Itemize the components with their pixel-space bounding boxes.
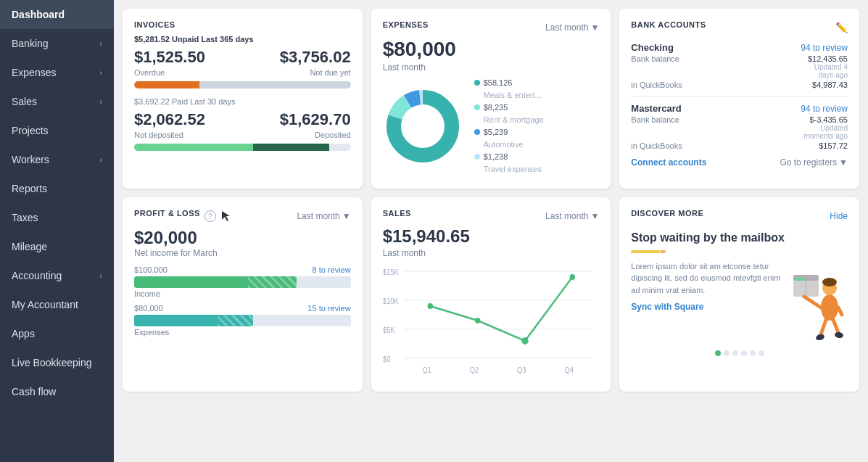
discover-accent [631, 250, 660, 253]
sidebar-item-sales[interactable]: Sales › [0, 87, 114, 116]
invoice-deposit-bar [134, 144, 351, 151]
pl-income-fill [134, 276, 297, 288]
sidebar-item-apps[interactable]: Apps [0, 319, 114, 348]
sync-with-square-button[interactable]: Sync with Square [631, 302, 784, 312]
sales-card: SALES Last month ▼ $15,940.65 Last month… [371, 197, 611, 392]
invoice-not-due-label: Not due yet [310, 68, 350, 77]
sidebar-item-projects[interactable]: Projects [0, 116, 114, 145]
expenses-body: $58,126 Meals & entert... $8,235 Rent & … [383, 78, 600, 177]
expenses-dropdown[interactable]: Last month ▼ [545, 22, 599, 33]
dot-6[interactable] [759, 350, 764, 356]
sidebar-item-cash-flow[interactable]: Cash flow [0, 377, 114, 406]
checking-name: Checking [631, 42, 674, 53]
pl-income-section: $100,000 8 to review Income [134, 265, 351, 298]
invoice-overdue-label: Overdue [134, 68, 165, 77]
checking-header: Checking 94 to review [631, 42, 848, 53]
invoice-deposit-labels: Not deposited Deposited [134, 131, 351, 139]
sidebar-item-mileage[interactable]: Mileage [0, 232, 114, 261]
chevron-icon: › [99, 68, 102, 77]
invoice-overdue-amount: $1,525.50 [134, 48, 205, 67]
checking-qb-label: in QuickBooks [631, 81, 682, 89]
bank-footer: Connect accounts Go to registers ▼ [631, 157, 848, 168]
legend-item-meals: $58,126 [474, 78, 544, 87]
pl-help-icon[interactable]: ? [204, 210, 216, 222]
svg-text:Q3: Q3 [517, 366, 526, 374]
svg-point-29 [822, 278, 837, 286]
bank-accounts-card: BANK ACCOUNTS ✏️ Checking 94 to review B… [619, 9, 859, 189]
sidebar-item-dashboard[interactable]: Dashboard [0, 0, 114, 29]
discover-heading: Stop waiting by the mailbox [631, 231, 848, 246]
edit-icon[interactable]: ✏️ [835, 22, 848, 33]
dot-2[interactable] [724, 350, 729, 356]
legend-item-rent: $8,235 [474, 103, 544, 112]
invoice-overdue-bar [134, 81, 199, 88]
dot-5[interactable] [750, 350, 756, 356]
chevron-down-icon: ▼ [342, 211, 351, 221]
checking-bank-balance-label: Bank balance [631, 54, 679, 79]
legend-label-auto: Automotive [474, 140, 544, 149]
sidebar-item-workers[interactable]: Workers › [0, 145, 114, 174]
sidebar-item-expenses[interactable]: Expenses › [0, 58, 114, 87]
invoice-paid-label: $3,692.22 Paid Last 30 days [134, 97, 351, 106]
discover-card: DISCOVER MORE Hide Stop waiting by the m… [619, 197, 859, 392]
svg-line-30 [804, 297, 821, 308]
svg-marker-6 [222, 211, 230, 221]
mastercard-name: Mastercard [631, 103, 681, 114]
pl-income-stripe [248, 276, 297, 288]
svg-text:Q4: Q4 [564, 366, 574, 374]
chevron-icon: › [99, 155, 102, 164]
bank-header: BANK ACCOUNTS ✏️ [631, 20, 848, 35]
sales-dropdown[interactable]: Last month ▼ [545, 211, 599, 221]
checking-updated: Updated 4days ago [808, 63, 848, 79]
deposited-label: Deposited [315, 131, 351, 139]
discover-hide-button[interactable]: Hide [830, 211, 848, 221]
legend-dot-meals [474, 80, 480, 86]
svg-text:$5K: $5K [383, 326, 395, 334]
chevron-icon: › [99, 271, 102, 280]
legend-label-meals: Meals & entert... [474, 91, 544, 99]
go-to-registers-button[interactable]: Go to registers ▼ [780, 157, 848, 168]
mastercard-balance-row: Bank balance $-3,435.65 Updatedmoments a… [631, 115, 848, 140]
sidebar-item-live-bookkeeping[interactable]: Live Bookkeeping [0, 348, 114, 377]
mastercard-qb-label: in QuickBooks [631, 141, 682, 150]
sidebar-item-my-accountant[interactable]: My Accountant [0, 290, 114, 319]
sidebar-item-taxes[interactable]: Taxes [0, 203, 114, 232]
sidebar-item-reports[interactable]: Reports [0, 174, 114, 203]
pl-expenses-amount: $80,000 [134, 304, 163, 313]
discover-pagination [631, 350, 848, 356]
pl-expenses-header: $80,000 15 to review [134, 304, 351, 313]
svg-line-32 [820, 320, 826, 337]
chevron-icon: › [99, 97, 102, 106]
expenses-legend: $58,126 Meals & entert... $8,235 Rent & … [474, 78, 544, 177]
pl-expenses-stripe [218, 315, 253, 326]
pl-dropdown[interactable]: Last month ▼ [297, 211, 350, 221]
pl-income-review[interactable]: 8 to review [312, 265, 350, 274]
legend-label-travel: Travel expenses [474, 165, 544, 173]
svg-point-27 [821, 294, 838, 321]
svg-point-35 [834, 331, 843, 339]
pl-expenses-section: $80,000 15 to review Expenses [134, 304, 351, 337]
pl-title: PROFIT & LOSS [134, 209, 200, 218]
expenses-card: EXPENSES Last month ▼ $80,000 Last month [371, 9, 611, 189]
expenses-sub: Last month [383, 62, 600, 73]
mastercard-review[interactable]: 94 to review [801, 104, 848, 114]
sidebar-item-banking[interactable]: Banking › [0, 29, 114, 58]
expenses-title: EXPENSES [383, 20, 429, 29]
dot-1[interactable] [715, 350, 721, 356]
chevron-down-icon: ▼ [590, 211, 599, 221]
pl-expenses-review[interactable]: 15 to review [307, 304, 350, 313]
invoice-not-due-amount: $3,756.02 [280, 48, 351, 67]
svg-text:Q2: Q2 [469, 366, 478, 374]
dot-4[interactable] [741, 350, 747, 356]
dot-3[interactable] [732, 350, 738, 356]
chevron-icon: › [99, 39, 102, 48]
checking-balance-row: Bank balance $12,435.65 Updated 4days ag… [631, 54, 848, 79]
checking-review[interactable]: 94 to review [801, 43, 848, 53]
legend-dot-travel [474, 154, 480, 160]
discover-body-text: Lorem ipsum dolor sit am etconse tetur d… [631, 260, 784, 297]
connect-accounts-button[interactable]: Connect accounts [631, 157, 706, 168]
invoice-bar [134, 81, 351, 88]
sidebar-item-accounting[interactable]: Accounting › [0, 261, 114, 290]
pl-income-amount: $100,000 [134, 265, 168, 274]
chevron-down-icon: ▼ [839, 157, 848, 168]
